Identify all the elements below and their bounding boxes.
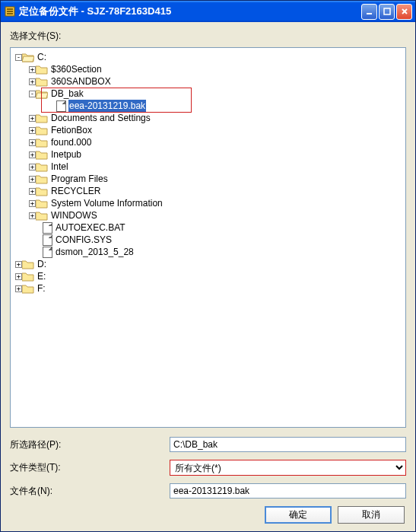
folder-icon bbox=[36, 174, 48, 184]
tree-node[interactable]: +360SANDBOX bbox=[12, 75, 404, 88]
tree-node[interactable]: AUTOEXEC.BAT bbox=[12, 221, 404, 234]
ok-button[interactable]: 确定 bbox=[265, 506, 332, 524]
cancel-button[interactable]: 取消 bbox=[338, 506, 405, 524]
tree-node-d[interactable]: +D: bbox=[12, 258, 404, 270]
folder-open-icon bbox=[22, 53, 34, 62]
tree-node[interactable]: +$360Section bbox=[12, 63, 404, 75]
expand-icon[interactable]: + bbox=[29, 66, 36, 73]
folder-icon bbox=[22, 284, 34, 294]
folder-open-icon bbox=[36, 89, 48, 99]
expand-icon[interactable]: + bbox=[29, 164, 36, 170]
svg-rect-5 bbox=[384, 8, 390, 14]
folder-icon bbox=[36, 77, 48, 87]
expand-icon[interactable]: + bbox=[29, 151, 36, 158]
path-input[interactable] bbox=[170, 437, 406, 452]
path-label: 所选路径(P): bbox=[10, 438, 170, 451]
folder-icon bbox=[36, 138, 48, 148]
expand-icon[interactable]: + bbox=[15, 285, 22, 292]
tree-node[interactable]: +found.000 bbox=[12, 136, 404, 148]
folder-icon bbox=[36, 162, 48, 172]
folder-icon bbox=[36, 186, 48, 196]
type-label: 文件类型(T): bbox=[10, 461, 170, 474]
dialog-window: 定位备份文件 - SJZ-78F2163D415 选择文件(S): - C: +… bbox=[0, 0, 416, 532]
minimize-button[interactable] bbox=[361, 4, 377, 20]
tree-node[interactable]: +FetionBox bbox=[12, 124, 404, 136]
tree-node[interactable]: +Documents and Settings bbox=[12, 112, 404, 124]
folder-icon bbox=[36, 126, 48, 135]
folder-icon bbox=[36, 150, 48, 160]
expand-icon[interactable]: + bbox=[29, 115, 36, 122]
expand-icon[interactable]: + bbox=[29, 176, 36, 183]
tree-node-e[interactable]: +E: bbox=[12, 270, 404, 282]
tree-node-selected[interactable]: eea-20131219.bak bbox=[12, 100, 404, 112]
name-input[interactable] bbox=[170, 483, 406, 499]
expand-icon[interactable]: + bbox=[29, 78, 36, 85]
file-icon bbox=[43, 222, 52, 234]
svg-rect-4 bbox=[367, 13, 372, 14]
file-icon bbox=[43, 234, 52, 246]
file-icon bbox=[56, 100, 66, 112]
tree-node-dbbak[interactable]: -DB_bak bbox=[12, 88, 404, 100]
folder-icon bbox=[36, 211, 48, 221]
expand-icon[interactable]: + bbox=[15, 273, 22, 280]
window-title: 定位备份文件 - SJZ-78F2163D415 bbox=[19, 5, 361, 18]
tree-node[interactable]: dsmon_2013_5_28 bbox=[12, 246, 404, 258]
tree-node-c[interactable]: - C: bbox=[12, 51, 404, 63]
app-icon bbox=[4, 5, 16, 18]
svg-rect-2 bbox=[7, 11, 13, 12]
folder-icon bbox=[22, 260, 34, 269]
titlebar[interactable]: 定位备份文件 - SJZ-78F2163D415 bbox=[1, 1, 415, 22]
expand-icon[interactable]: + bbox=[29, 200, 36, 207]
file-tree[interactable]: - C: +$360Section +360SANDBOX -DB_bak ee… bbox=[10, 47, 406, 428]
expand-icon[interactable]: + bbox=[29, 212, 36, 219]
tree-node[interactable]: +Inetpub bbox=[12, 148, 404, 161]
tree-node[interactable]: CONFIG.SYS bbox=[12, 234, 404, 246]
select-file-label: 选择文件(S): bbox=[10, 30, 406, 43]
file-icon bbox=[43, 247, 52, 258]
collapse-icon[interactable]: - bbox=[15, 54, 22, 61]
tree-node[interactable]: +RECYCLER bbox=[12, 185, 404, 197]
name-label: 文件名(N): bbox=[10, 485, 170, 498]
expand-icon[interactable]: + bbox=[29, 139, 36, 146]
expand-icon[interactable]: + bbox=[29, 188, 36, 195]
folder-icon bbox=[36, 199, 48, 209]
tree-node[interactable]: +System Volume Information bbox=[12, 197, 404, 209]
maximize-button[interactable] bbox=[379, 4, 395, 20]
svg-rect-3 bbox=[7, 13, 13, 14]
expand-icon[interactable]: + bbox=[15, 261, 22, 268]
tree-node[interactable]: +Program Files bbox=[12, 173, 404, 185]
type-select[interactable]: 所有文件(*) bbox=[170, 460, 406, 476]
close-button[interactable] bbox=[396, 4, 412, 20]
folder-icon bbox=[36, 65, 48, 75]
tree-node[interactable]: +WINDOWS bbox=[12, 209, 404, 221]
tree-node[interactable]: +Intel bbox=[12, 161, 404, 173]
collapse-icon[interactable]: - bbox=[29, 91, 36, 97]
tree-node-f[interactable]: +F: bbox=[12, 282, 404, 295]
folder-icon bbox=[36, 113, 48, 123]
folder-icon bbox=[22, 272, 34, 282]
svg-rect-1 bbox=[7, 8, 13, 10]
expand-icon[interactable]: + bbox=[29, 127, 36, 134]
